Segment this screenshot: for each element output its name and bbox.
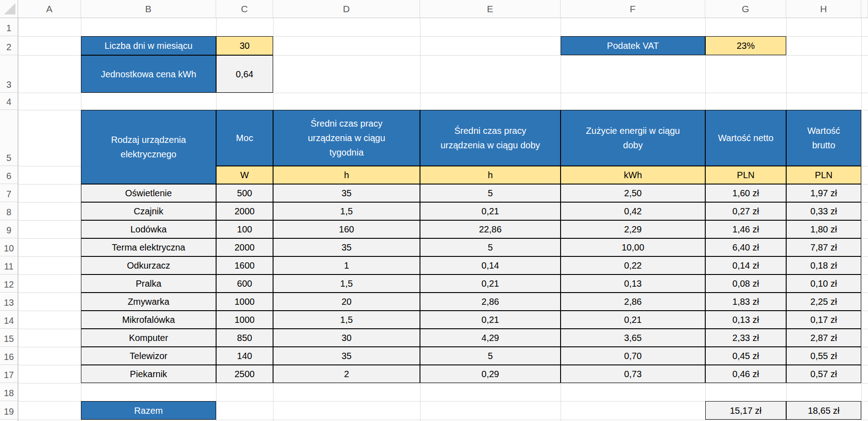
column-header-h[interactable]: H <box>786 0 861 18</box>
cell-weekly[interactable]: 1,5 <box>273 274 420 293</box>
row-header-3[interactable]: 3 <box>0 55 18 93</box>
row-header-18[interactable]: 18 <box>0 383 18 401</box>
cell-weekly[interactable]: 2 <box>273 365 420 383</box>
cell-device[interactable]: Terma elektryczna <box>81 238 216 256</box>
header-power[interactable]: Moc <box>216 110 273 166</box>
cell-power[interactable]: 140 <box>216 347 273 365</box>
row-header-17[interactable]: 17 <box>0 365 18 383</box>
cell-energy[interactable]: 0,70 <box>561 347 705 365</box>
column-header-c[interactable]: C <box>216 0 273 18</box>
cell-weekly[interactable]: 30 <box>273 329 420 347</box>
cell-net[interactable]: 1,46 zł <box>705 220 786 238</box>
row-header-1[interactable]: 1 <box>0 18 18 36</box>
cell-device[interactable]: Pralka <box>81 274 216 293</box>
cell-power[interactable]: 2500 <box>216 365 273 383</box>
row-header-6[interactable]: 6 <box>0 166 18 184</box>
cell-device[interactable]: Oświetlenie <box>81 184 216 202</box>
cell-total-label[interactable]: Razem <box>81 401 216 420</box>
cell-weekly[interactable]: 20 <box>273 293 420 311</box>
cell-device[interactable]: Lodówka <box>81 220 216 238</box>
cell-weekly[interactable]: 1 <box>273 256 420 274</box>
header-gross-value[interactable]: Wartość brutto <box>786 110 861 166</box>
row-header-10[interactable]: 10 <box>0 238 18 256</box>
row-header-19[interactable]: 19 <box>0 401 18 420</box>
cell-net[interactable]: 6,40 zł <box>705 238 786 256</box>
cell-energy[interactable]: 0,22 <box>561 256 705 274</box>
column-header-b[interactable]: B <box>81 0 216 18</box>
row-header-14[interactable]: 14 <box>0 311 18 329</box>
header-weekly-usage[interactable]: Średni czas pracy urządzenia w ciągu tyg… <box>273 110 420 166</box>
cell-daily[interactable]: 22,86 <box>420 220 561 238</box>
cell-power[interactable]: 500 <box>216 184 273 202</box>
cell-price-value[interactable]: 0,64 <box>216 55 273 93</box>
cell-vat-value[interactable]: 23% <box>705 36 786 55</box>
unit-daily[interactable]: h <box>420 166 561 184</box>
cell-energy[interactable]: 0,42 <box>561 202 705 220</box>
cell-days-label[interactable]: Liczba dni w miesiącu <box>81 36 216 55</box>
cell-power[interactable]: 600 <box>216 274 273 293</box>
unit-power[interactable]: W <box>216 166 273 184</box>
cell-power[interactable]: 850 <box>216 329 273 347</box>
cell-gross[interactable]: 1,97 zł <box>786 184 861 202</box>
cell-device[interactable]: Odkurzacz <box>81 256 216 274</box>
cell-price-label[interactable]: Jednostkowa cena kWh <box>81 55 216 93</box>
cell-device[interactable]: Telewizor <box>81 347 216 365</box>
row-header-4[interactable]: 4 <box>0 93 18 110</box>
cell-energy[interactable]: 2,29 <box>561 220 705 238</box>
unit-gross[interactable]: PLN <box>786 166 861 184</box>
cell-device[interactable]: Czajnik <box>81 202 216 220</box>
cell-net[interactable]: 0,27 zł <box>705 202 786 220</box>
column-header-a[interactable]: A <box>18 0 81 18</box>
unit-net[interactable]: PLN <box>705 166 786 184</box>
cell-net[interactable]: 0,46 zł <box>705 365 786 383</box>
cell-weekly[interactable]: 1,5 <box>273 202 420 220</box>
cell-daily[interactable]: 0,21 <box>420 202 561 220</box>
cell-net[interactable]: 0,08 zł <box>705 274 786 293</box>
cell-power[interactable]: 2000 <box>216 202 273 220</box>
cell-energy[interactable]: 3,65 <box>561 329 705 347</box>
cell-gross[interactable]: 2,25 zł <box>786 293 861 311</box>
cell-net[interactable]: 0,45 zł <box>705 347 786 365</box>
select-all-button[interactable] <box>0 0 18 18</box>
row-header-11[interactable]: 11 <box>0 256 18 274</box>
header-device-type[interactable]: Rodzaj urządzenia elektrycznego <box>81 110 216 184</box>
row-header-15[interactable]: 15 <box>0 329 18 347</box>
row-header-16[interactable]: 16 <box>0 347 18 365</box>
header-daily-energy[interactable]: Zużycie energii w ciągu doby <box>561 110 705 166</box>
cell-power[interactable]: 2000 <box>216 238 273 256</box>
cell-gross[interactable]: 2,87 zł <box>786 329 861 347</box>
row-header-13[interactable]: 13 <box>0 293 18 311</box>
row-header-5[interactable]: 5 <box>0 110 18 166</box>
cell-daily[interactable]: 0,14 <box>420 256 561 274</box>
cell-weekly[interactable]: 1,5 <box>273 311 420 329</box>
cell-gross[interactable]: 0,57 zł <box>786 365 861 383</box>
cell-gross[interactable]: 7,87 zł <box>786 238 861 256</box>
row-header-7[interactable]: 7 <box>0 184 18 202</box>
cell-gross[interactable]: 0,33 zł <box>786 202 861 220</box>
cell-daily[interactable]: 0,21 <box>420 274 561 293</box>
cell-gross[interactable]: 1,80 zł <box>786 220 861 238</box>
cell-weekly[interactable]: 35 <box>273 184 420 202</box>
cell-weekly[interactable]: 160 <box>273 220 420 238</box>
cell-daily[interactable]: 2,86 <box>420 293 561 311</box>
header-daily-usage[interactable]: Średni czas pracy urządzenia w ciągu dob… <box>420 110 561 166</box>
cell-gross[interactable]: 0,17 zł <box>786 311 861 329</box>
cell-device[interactable]: Piekarnik <box>81 365 216 383</box>
column-header-f[interactable]: F <box>561 0 705 18</box>
cell-energy[interactable]: 2,86 <box>561 293 705 311</box>
row-header-2[interactable]: 2 <box>0 36 18 55</box>
cell-daily[interactable]: 0,21 <box>420 311 561 329</box>
cell-device[interactable]: Zmywarka <box>81 293 216 311</box>
column-header-partial[interactable] <box>861 0 868 18</box>
column-header-g[interactable]: G <box>705 0 786 18</box>
cell-device[interactable]: Komputer <box>81 329 216 347</box>
column-header-d[interactable]: D <box>273 0 420 18</box>
cell-net[interactable]: 0,13 zł <box>705 311 786 329</box>
cell-total-gross[interactable]: 18,65 zł <box>786 401 861 420</box>
cell-power[interactable]: 1000 <box>216 311 273 329</box>
cell-energy[interactable]: 0,21 <box>561 311 705 329</box>
row-header-8[interactable]: 8 <box>0 202 18 220</box>
cell-net[interactable]: 1,60 zł <box>705 184 786 202</box>
cell-energy[interactable]: 0,73 <box>561 365 705 383</box>
cell-gross[interactable]: 0,55 zł <box>786 347 861 365</box>
